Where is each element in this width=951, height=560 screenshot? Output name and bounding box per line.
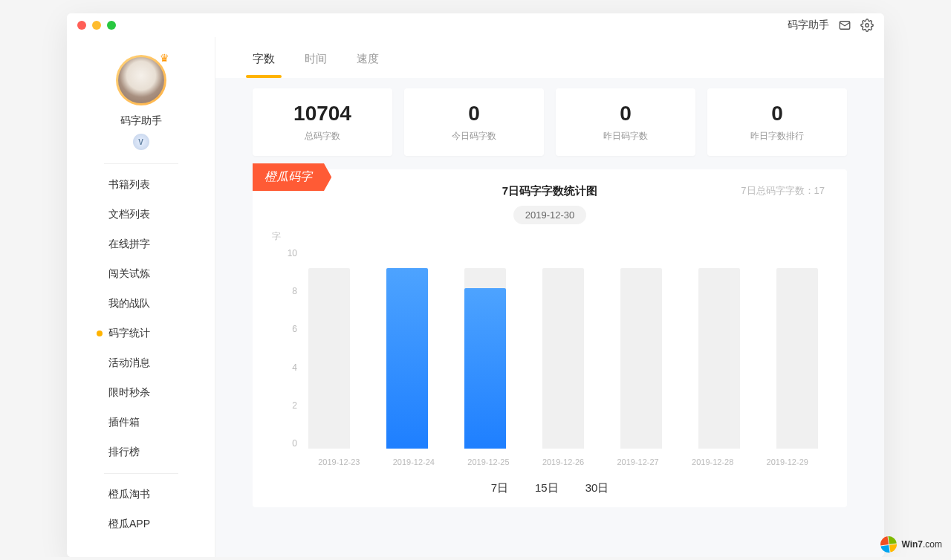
chart-bar [620, 268, 662, 449]
range-tab[interactable]: 7日 [491, 481, 508, 495]
stat-card: 0今日码字数 [404, 88, 544, 156]
tab[interactable]: 速度 [357, 52, 379, 78]
crown-icon: ♛ [160, 52, 169, 64]
x-tick: 2019-12-28 [675, 458, 750, 466]
sidebar-item[interactable]: 活动消息 [67, 348, 215, 378]
tab[interactable]: 时间 [305, 52, 327, 78]
svg-point-1 [866, 24, 869, 27]
tab[interactable]: 字数 [253, 52, 275, 78]
x-tick: 2019-12-25 [451, 458, 526, 466]
chart-plot-area: 字 1086420 2019-12-232019-12-242019-12-25… [275, 233, 825, 471]
window-controls [77, 21, 116, 30]
sidebar-item[interactable]: 排行榜 [67, 437, 215, 467]
main-content: 字数时间速度 10704总码字数0今日码字数0昨日码字数0昨日字数排行 橙瓜码字… [215, 37, 884, 557]
app-window: 码字助手 ♛ 码字助手 V 书籍列表文档列表在线拼字闯关试炼我的战队码字统计活动… [67, 13, 884, 557]
bars-container [302, 248, 825, 449]
chart-bar-fill [464, 288, 506, 449]
y-axis-unit: 字 [272, 230, 281, 243]
y-axis: 1086420 [275, 248, 297, 449]
x-tick: 2019-12-26 [526, 458, 601, 466]
sidebar-item[interactable]: 插件箱 [67, 408, 215, 437]
x-tick: 2019-12-27 [600, 458, 675, 466]
stat-label: 总码字数 [253, 130, 392, 143]
range-tab[interactable]: 30日 [585, 481, 609, 495]
username: 码字助手 [120, 114, 162, 128]
stat-value: 0 [707, 102, 847, 126]
divider [104, 163, 178, 164]
chart-bar [464, 268, 506, 449]
stats-row: 10704总码字数0今日码字数0昨日码字数0昨日字数排行 [253, 88, 847, 156]
stat-label: 昨日码字数 [556, 130, 695, 143]
x-tick: 2019-12-23 [302, 458, 377, 466]
watermark: Win7.com [880, 536, 942, 553]
stat-card: 0昨日字数排行 [707, 88, 847, 156]
avatar[interactable]: ♛ [116, 55, 166, 105]
stat-value: 0 [556, 102, 695, 126]
windows-logo-icon [880, 535, 898, 554]
chart-bar [698, 268, 740, 449]
sidebar-item[interactable]: 限时秒杀 [67, 378, 215, 408]
titlebar: 码字助手 [67, 13, 884, 37]
y-tick: 6 [292, 324, 297, 334]
sidebar-item[interactable]: 橙瓜APP [67, 509, 215, 539]
settings-icon[interactable] [860, 19, 874, 32]
stat-value: 10704 [253, 102, 392, 126]
y-tick: 0 [292, 438, 297, 449]
sidebar-item[interactable]: 闯关试炼 [67, 259, 215, 289]
stat-label: 今日码字数 [404, 130, 544, 143]
divider [104, 473, 178, 474]
sidebar: ♛ 码字助手 V 书籍列表文档列表在线拼字闯关试炼我的战队码字统计活动消息限时秒… [67, 37, 215, 557]
maximize-window-button[interactable] [107, 21, 116, 30]
y-tick: 10 [288, 248, 297, 258]
sidebar-item[interactable]: 码字统计 [67, 319, 215, 348]
chart-bar [776, 268, 818, 449]
chart-card: 橙瓜码字 7日码字字数统计图 7日总码字字数：17 2019-12-30 字 1… [253, 169, 847, 507]
sidebar-menu-main: 书籍列表文档列表在线拼字闯关试炼我的战队码字统计活动消息限时秒杀插件箱排行榜 [67, 170, 215, 467]
chart-total-label: 7日总码字字数：17 [741, 184, 825, 198]
chart-bar-fill [386, 268, 428, 449]
chart-bar [386, 268, 428, 449]
x-tick: 2019-12-24 [377, 458, 452, 466]
y-tick: 4 [292, 362, 297, 373]
stat-card: 10704总码字数 [253, 88, 392, 156]
content-tabs: 字数时间速度 [215, 37, 884, 78]
sidebar-item[interactable]: 橙瓜淘书 [67, 480, 215, 509]
x-tick: 2019-12-29 [750, 458, 825, 466]
chart-date-pill: 2019-12-30 [513, 206, 587, 224]
chart-bar [542, 268, 584, 449]
mail-icon[interactable] [838, 19, 851, 32]
close-window-button[interactable] [77, 21, 86, 30]
sidebar-menu-extra: 橙瓜淘书橙瓜APP [67, 480, 215, 539]
app-title: 码字助手 [788, 19, 829, 32]
chart-bar [308, 268, 350, 449]
stat-value: 0 [404, 102, 544, 126]
range-tab[interactable]: 15日 [535, 481, 559, 495]
vip-badge: V [133, 134, 149, 150]
y-tick: 8 [292, 286, 297, 296]
stat-card: 0昨日码字数 [556, 88, 695, 156]
minimize-window-button[interactable] [92, 21, 101, 30]
range-selector: 7日15日30日 [275, 481, 825, 495]
x-axis: 2019-12-232019-12-242019-12-252019-12-26… [302, 458, 825, 466]
chart-title: 7日码字字数统计图 [502, 184, 597, 198]
sidebar-item[interactable]: 在线拼字 [67, 229, 215, 259]
sidebar-item[interactable]: 我的战队 [67, 289, 215, 319]
y-tick: 2 [292, 400, 297, 411]
sidebar-item[interactable]: 文档列表 [67, 200, 215, 229]
stat-label: 昨日字数排行 [707, 130, 847, 143]
sidebar-item[interactable]: 书籍列表 [67, 170, 215, 200]
